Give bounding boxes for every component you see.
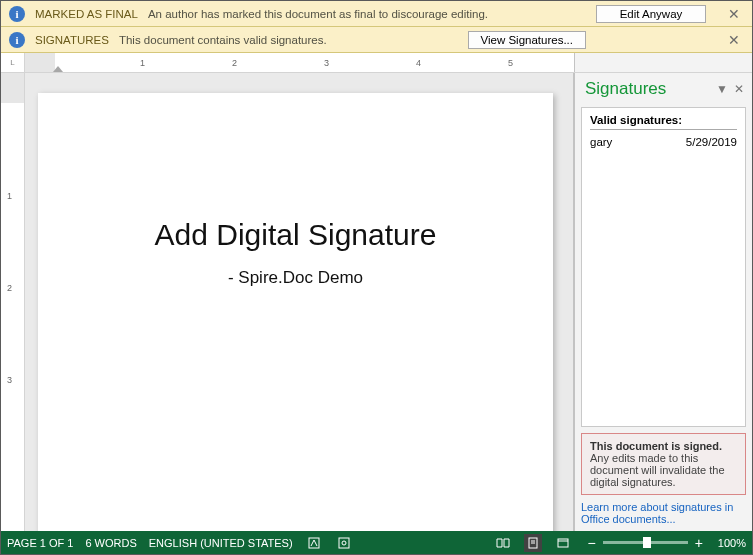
warning-text: Any edits made to this document will inv… <box>590 452 725 488</box>
infobar-signatures: i SIGNATURES This document contains vali… <box>1 27 752 53</box>
web-layout-icon[interactable] <box>554 534 572 552</box>
info-icon: i <box>9 32 25 48</box>
permissions-icon[interactable] <box>335 534 353 552</box>
close-icon[interactable]: ✕ <box>734 82 744 96</box>
signature-row[interactable]: gary 5/29/2019 <box>590 134 737 150</box>
word-count[interactable]: 6 WORDS <box>85 537 136 549</box>
zoom-out-button[interactable]: − <box>584 535 598 551</box>
signatures-pane: Signatures ▼ ✕ Valid signatures: gary 5/… <box>574 73 752 531</box>
close-icon[interactable]: ✕ <box>724 32 744 48</box>
print-layout-icon[interactable] <box>524 534 542 552</box>
document-title: Add Digital Signature <box>38 218 553 252</box>
pane-body: Valid signatures: gary 5/29/2019 <box>581 107 746 427</box>
language-indicator[interactable]: ENGLISH (UNITED STATES) <box>149 537 293 549</box>
close-icon[interactable]: ✕ <box>724 6 744 22</box>
warning-title: This document is signed. <box>590 440 722 452</box>
document-subtitle: - Spire.Doc Demo <box>38 268 553 288</box>
svg-rect-6 <box>558 539 568 547</box>
zoom-slider[interactable]: − + <box>584 535 705 551</box>
main-area: 1 2 3 Add Digital Signature - Spire.Doc … <box>1 73 752 531</box>
infobar-text: This document contains valid signatures. <box>119 34 458 46</box>
zoom-in-button[interactable]: + <box>692 535 706 551</box>
signature-status-icon[interactable] <box>305 534 323 552</box>
read-mode-icon[interactable] <box>494 534 512 552</box>
status-bar: PAGE 1 OF 1 6 WORDS ENGLISH (UNITED STAT… <box>1 531 752 554</box>
learn-more-link[interactable]: Learn more about signatures in Office do… <box>581 501 746 525</box>
svg-rect-1 <box>339 538 349 548</box>
vertical-ruler[interactable]: 1 2 3 <box>1 73 25 531</box>
infobar-text: An author has marked this document as fi… <box>148 8 586 20</box>
signed-warning: This document is signed. Any edits made … <box>581 433 746 495</box>
info-icon: i <box>9 6 25 22</box>
page-indicator[interactable]: PAGE 1 OF 1 <box>7 537 73 549</box>
horizontal-ruler[interactable]: 1 2 3 4 5 <box>25 53 574 72</box>
svg-point-2 <box>342 541 346 545</box>
zoom-track[interactable] <box>603 541 688 544</box>
pane-title: Signatures <box>585 79 710 99</box>
tab-selector[interactable]: L <box>1 53 25 72</box>
infobar-title: SIGNATURES <box>35 34 109 46</box>
signatures-heading: Valid signatures: <box>590 114 737 130</box>
view-signatures-button[interactable]: View Signatures... <box>468 31 586 49</box>
zoom-thumb[interactable] <box>643 537 651 548</box>
pane-options-icon[interactable]: ▼ <box>716 82 728 96</box>
signer-name: gary <box>590 136 612 148</box>
signature-date: 5/29/2019 <box>686 136 737 148</box>
infobar-marked-final: i MARKED AS FINAL An author has marked t… <box>1 1 752 27</box>
document-page: Add Digital Signature - Spire.Doc Demo <box>38 93 553 531</box>
edit-anyway-button[interactable]: Edit Anyway <box>596 5 706 23</box>
zoom-level[interactable]: 100% <box>718 537 746 549</box>
document-area[interactable]: Add Digital Signature - Spire.Doc Demo <box>25 73 574 531</box>
infobar-title: MARKED AS FINAL <box>35 8 138 20</box>
ruler-row: L 1 2 3 4 5 <box>1 53 752 73</box>
